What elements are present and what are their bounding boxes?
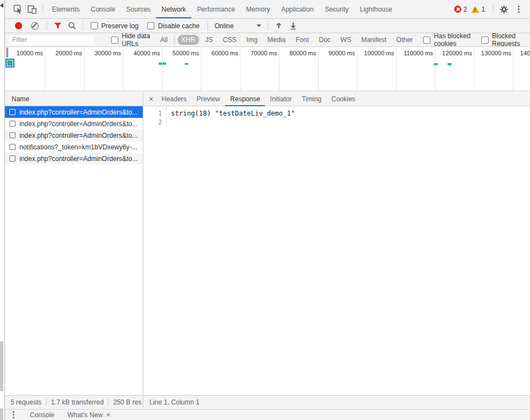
close-whats-new-button[interactable]: × xyxy=(106,411,111,419)
error-badge-icon[interactable] xyxy=(454,6,461,13)
tab-memory[interactable]: Memory xyxy=(241,0,276,18)
settings-button[interactable] xyxy=(497,2,511,17)
page-scrollbar-thumb[interactable] xyxy=(0,341,3,391)
tab-label: Performance xyxy=(197,6,235,13)
request-row[interactable]: notifications?_token=km1bVDxewy6y-... xyxy=(5,141,143,153)
tab-security[interactable]: Security xyxy=(319,0,354,18)
filter-toggle-button[interactable] xyxy=(50,19,65,33)
timeline-gridline xyxy=(240,48,241,91)
more-options-button[interactable] xyxy=(511,2,526,17)
timeline-tick-label: 10000 ms xyxy=(11,50,43,56)
warning-badge-icon[interactable] xyxy=(471,6,479,13)
timeline-tick-label: 110000 ms xyxy=(401,50,433,56)
upload-arrow-icon xyxy=(275,22,283,30)
checkbox-icon[interactable] xyxy=(147,22,154,29)
tab-performance[interactable]: Performance xyxy=(191,0,241,18)
tab-elements[interactable]: Elements xyxy=(46,0,85,18)
timeline-tick-label: 140000 ms xyxy=(518,50,530,56)
name-column-label: Name xyxy=(12,95,29,103)
filter-pill-img[interactable]: Img xyxy=(243,35,262,45)
timeline-gridline xyxy=(474,48,475,91)
request-row[interactable]: index.php?controller=AdminOrders&to... xyxy=(5,153,143,164)
error-count[interactable]: 2 xyxy=(464,6,467,13)
tab-application[interactable]: Application xyxy=(276,0,319,18)
timeline-gridline xyxy=(123,48,123,91)
tab-sources[interactable]: Sources xyxy=(121,0,156,18)
response-body-viewer[interactable]: 1 string(18) "testDateLiv_demo_1" 2 xyxy=(143,107,530,395)
timeline-gridline xyxy=(45,48,45,91)
detail-tab-preview[interactable]: Preview xyxy=(191,92,225,106)
import-har-button[interactable] xyxy=(272,19,286,33)
checkbox-icon[interactable] xyxy=(423,37,430,44)
gear-icon xyxy=(500,5,508,14)
toggle-device-toolbar-button[interactable] xyxy=(25,2,39,17)
timeline-gridline xyxy=(513,48,513,91)
clear-network-log-button[interactable] xyxy=(31,22,39,30)
detail-tab-headers[interactable]: Headers xyxy=(157,92,191,106)
filter-pill-css[interactable]: CSS xyxy=(219,35,241,45)
transferred-size: 1.7 kB transferred xyxy=(51,398,103,406)
checkbox-icon[interactable] xyxy=(111,37,118,44)
separator xyxy=(268,22,268,30)
export-har-button[interactable] xyxy=(286,19,300,33)
download-arrow-icon xyxy=(289,22,297,30)
inspect-element-button[interactable] xyxy=(11,2,25,17)
close-details-button[interactable]: × xyxy=(146,95,157,103)
timeline-gridline xyxy=(162,48,163,91)
overview-selected-request-marker[interactable] xyxy=(6,59,14,68)
funnel-icon xyxy=(54,22,62,29)
filter-pill-js[interactable]: JS xyxy=(201,35,217,45)
drawer-menu-icon[interactable] xyxy=(13,411,14,418)
disable-cache-checkbox[interactable]: Disable cache xyxy=(147,22,199,30)
filter-pill-manifest[interactable]: Manifest xyxy=(357,35,390,45)
filter-pill-xhr[interactable]: XHR xyxy=(178,35,199,45)
filter-pill-doc[interactable]: Doc xyxy=(315,35,334,45)
overview-request-bar[interactable] xyxy=(448,63,451,65)
record-network-log-button[interactable] xyxy=(15,22,22,29)
throttling-dropdown[interactable]: Online xyxy=(211,22,264,30)
timeline-gridline xyxy=(279,48,279,91)
filter-pill-all[interactable]: All xyxy=(156,35,171,45)
checkbox-icon[interactable] xyxy=(481,37,489,44)
overview-request-bar[interactable] xyxy=(159,63,166,65)
drawer-tab-console[interactable]: Console xyxy=(23,411,61,419)
drawer-tabbar: Console What's New × xyxy=(5,409,530,420)
network-overview-timeline[interactable]: 10000 ms20000 ms30000 ms40000 ms50000 ms… xyxy=(5,48,530,91)
code-line: 2 xyxy=(143,118,530,127)
request-row[interactable]: index.php?controller=AdminOrders&to... xyxy=(5,118,143,129)
page-arrow-icon xyxy=(0,3,3,8)
filter-pill-font[interactable]: Font xyxy=(292,35,313,45)
warning-count[interactable]: 1 xyxy=(481,6,485,13)
drawer-tab-whats-new[interactable]: What's New × xyxy=(61,411,117,419)
request-list-name-header[interactable]: Name xyxy=(5,92,143,106)
devtools-screenshot: Elements Console Sources Network Perform… xyxy=(0,0,530,420)
detail-tab-cookies[interactable]: Cookies xyxy=(326,92,360,106)
detail-tab-initiator[interactable]: Initiator xyxy=(265,92,297,106)
detail-tab-timing[interactable]: Timing xyxy=(297,92,326,106)
code-line: 1 string(18) "testDateLiv_demo_1" xyxy=(143,109,530,118)
request-row[interactable]: index.php?controller=AdminOrders&to... xyxy=(5,106,143,118)
console-tab-label: Console xyxy=(30,411,54,419)
request-row[interactable]: index.php?controller=AdminOrders&to... xyxy=(5,129,143,141)
tab-label: Elements xyxy=(52,6,80,13)
search-button[interactable] xyxy=(65,19,79,33)
filter-pill-media[interactable]: Media xyxy=(264,35,290,45)
overview-handle[interactable] xyxy=(6,48,8,58)
tab-network[interactable]: Network xyxy=(156,0,191,18)
filter-input[interactable] xyxy=(9,35,93,45)
hide-data-urls-checkbox[interactable]: Hide data URLs xyxy=(111,33,150,47)
checkbox-icon[interactable] xyxy=(91,22,98,29)
filter-pill-ws[interactable]: WS xyxy=(337,35,355,45)
detail-tab-response[interactable]: Response xyxy=(225,92,265,106)
preserve-log-checkbox[interactable]: Preserve log xyxy=(91,22,138,30)
tab-lighthouse[interactable]: Lighthouse xyxy=(354,0,398,18)
filter-pill-other[interactable]: Other xyxy=(392,35,417,45)
blocked-requests-checkbox[interactable]: Blocked Requests xyxy=(481,33,526,47)
document-icon xyxy=(9,144,15,150)
has-blocked-cookies-checkbox[interactable]: Has blocked cookies xyxy=(423,33,472,47)
tab-console[interactable]: Console xyxy=(85,0,121,18)
timeline-gridline xyxy=(84,48,85,91)
request-name: index.php?controller=AdminOrders&to... xyxy=(19,108,138,116)
page-edge-strip xyxy=(0,0,4,420)
overview-request-bar[interactable] xyxy=(185,63,188,65)
